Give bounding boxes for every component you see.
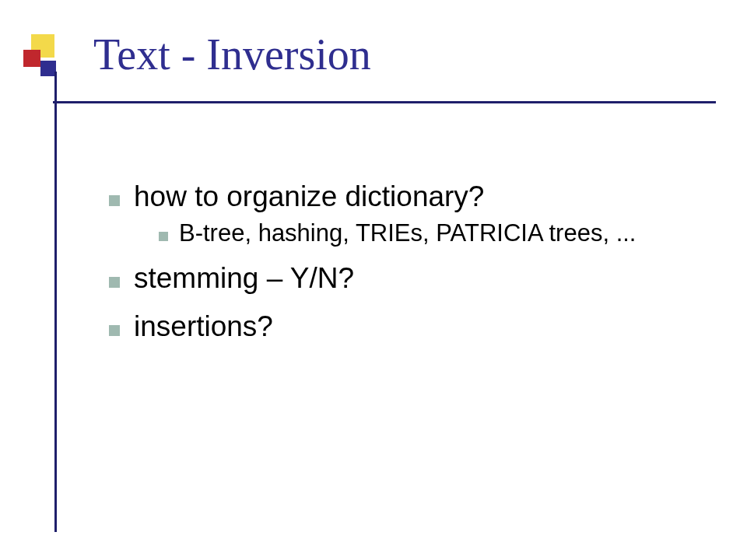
bullet-text: stemming – Y/N? — [134, 261, 354, 296]
bullet-icon — [109, 195, 120, 206]
bullet-icon — [109, 277, 120, 288]
subbullet-item: B-tree, hashing, TRIEs, PATRICIA trees, … — [159, 219, 700, 247]
bullet-icon — [109, 325, 120, 336]
slide: Text - Inversion how to organize diction… — [0, 0, 747, 560]
square-red — [23, 50, 40, 67]
bullet-text: how to organize dictionary? — [134, 180, 484, 214]
horizontal-rule — [53, 101, 716, 103]
bullet-item: stemming – Y/N? — [109, 261, 700, 296]
slide-title: Text - Inversion — [93, 30, 371, 79]
corner-decoration — [23, 34, 68, 79]
slide-content: how to organize dictionary? B-tree, hash… — [109, 175, 700, 348]
bullet-item: how to organize dictionary? — [109, 180, 700, 214]
bullet-item: insertions? — [109, 310, 700, 344]
bullet-text: B-tree, hashing, TRIEs, PATRICIA trees, … — [179, 219, 637, 247]
bullet-text: insertions? — [134, 310, 273, 344]
square-blue — [40, 61, 56, 76]
bullet-icon — [159, 232, 168, 241]
vertical-rule — [54, 72, 57, 532]
